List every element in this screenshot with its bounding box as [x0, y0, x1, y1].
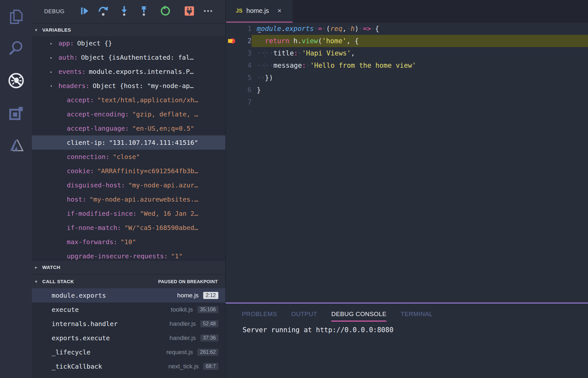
code-text[interactable]: ··}) — [252, 72, 588, 84]
variable-value: Object {host: "my-node-ap… — [93, 82, 194, 90]
code-line-7[interactable]: 7 — [226, 96, 588, 108]
variable-name: if-none-match: — [67, 224, 121, 232]
variable-row-app[interactable]: ▸app:Object {} — [32, 36, 225, 50]
code-line-6[interactable]: 6} — [226, 84, 588, 96]
search-icon — [7, 39, 25, 56]
continue-button[interactable] — [79, 6, 90, 17]
variable-row-upgrade-insecure-requests[interactable]: upgrade-insecure-requests:"1" — [32, 249, 225, 260]
activity-bar-item-explorer[interactable] — [0, 1, 32, 32]
panel-tab-terminal[interactable]: TERMINAL — [401, 311, 433, 322]
line-number: 6 — [237, 84, 252, 96]
variable-row-connection[interactable]: connection:"close" — [32, 150, 225, 164]
panel-tab-problems[interactable]: PROBLEMS — [242, 311, 277, 322]
frame-function: module.exports — [52, 292, 177, 299]
watch-section-label: WATCH — [42, 264, 60, 270]
variable-name: upgrade-insecure-requests: — [67, 252, 168, 260]
gutter-breakpoint-area[interactable] — [226, 72, 237, 84]
step-over-icon — [98, 5, 109, 18]
editor-tab-bar: JS home.js ✕ — [226, 0, 588, 23]
variables-section-header[interactable]: ▾ VARIABLES — [32, 23, 225, 36]
hint-dots: ⋯ — [258, 30, 262, 35]
step-out-button[interactable] — [138, 6, 149, 17]
variable-row-max-forwards[interactable]: max-forwards:"10" — [32, 235, 225, 249]
variable-value: Object {} — [77, 39, 112, 47]
call-stack-frame-exports.execute[interactable]: exports.executehandler.js37:36 — [32, 331, 225, 345]
variable-row-accept-encoding[interactable]: accept-encoding:"gzip, deflate, … — [32, 107, 225, 121]
variable-row-headers[interactable]: ▾headers:Object {host: "my-node-ap… — [32, 79, 225, 93]
code-line-3[interactable]: 3····title:·'Hapi Views', — [226, 47, 588, 59]
tab-home-js[interactable]: JS home.js ✕ — [226, 0, 293, 23]
variable-name: headers: — [58, 82, 89, 90]
step-out-icon — [139, 5, 149, 18]
code-text[interactable]: ····title:·'Hapi Views', — [252, 47, 588, 59]
frame-function: _lifecycle — [52, 348, 166, 356]
call-stack-frame-module.exports[interactable]: module.exportshome.js2:12 — [32, 288, 225, 303]
disconnect-button[interactable] — [184, 6, 195, 17]
variable-row-client-ip[interactable]: client-ip:"131.107.174.111:41516" — [32, 135, 225, 150]
watch-section-header[interactable]: ▸ WATCH — [32, 260, 225, 274]
variable-value: "text/html,application/xh… — [97, 96, 198, 104]
code-line-2[interactable]: 2··return·h.view('home',·{ — [226, 35, 588, 47]
call-stack-frame-_tickCallback[interactable]: _tickCallbacknext_tick.js68:7 — [32, 359, 225, 373]
call-stack-frame-execute[interactable]: executetoolkit.js35:106 — [32, 303, 225, 317]
debug-sidebar-title: DEBUG — [44, 0, 65, 23]
variable-row-auth[interactable]: ▸auth:Object {isAuthenticated: fal… — [32, 50, 225, 65]
frame-function: internals.handler — [52, 320, 170, 328]
bottom-panel: PROBLEMSOUTPUTDEBUG CONSOLETERMINAL Serv… — [225, 303, 588, 378]
gutter-breakpoint-area[interactable] — [226, 47, 237, 59]
variable-value: "Wed, 16 Jan 2… — [140, 210, 198, 217]
close-tab-icon[interactable]: ✕ — [277, 8, 282, 14]
variable-row-events[interactable]: ▸events:module.exports.internals.P… — [32, 65, 225, 79]
code-text[interactable] — [252, 96, 588, 108]
step-into-button[interactable] — [119, 6, 130, 17]
call-stack-section-label: CALL STACK — [42, 279, 74, 284]
code-line-1[interactable]: 1module.exports·=·(req,·h)·=>·{⋯ — [226, 23, 588, 35]
variable-row-cookie[interactable]: cookie:"ARRAffinity=c6912564fb3b… — [32, 164, 225, 178]
debug-console-output: Server running at http://0.0.0.0:8080 — [243, 326, 588, 334]
code-text[interactable]: ··return·h.view('home',·{ — [252, 35, 588, 47]
code-text[interactable]: ····message:·'Hello from the home view' — [252, 59, 588, 72]
variable-row-disguised-host[interactable]: disguised-host:"my-node-api.azur… — [32, 178, 225, 192]
call-stack-section-header[interactable]: ▾ CALL STACK PAUSED ON BREAKPOINT — [32, 274, 225, 288]
call-stack-frame-partial[interactable]: [anonymous function] — [32, 373, 225, 378]
gutter-breakpoint-area[interactable] — [226, 96, 237, 108]
step-over-button[interactable] — [98, 6, 109, 17]
variable-value: "gzip, deflate, … — [132, 110, 198, 118]
variable-row-if-modified-since[interactable]: if-modified-since:"Wed, 16 Jan 2… — [32, 206, 225, 221]
frame-function: exports.execute — [52, 334, 170, 342]
chevron-right-icon: ▸ — [35, 265, 42, 270]
variable-row-accept[interactable]: accept:"text/html,application/xh… — [32, 93, 225, 107]
call-stack-frame-_lifecycle[interactable]: _lifecyclerequest.js261:62 — [32, 345, 225, 359]
activity-bar-item-search[interactable] — [0, 32, 32, 63]
gutter-breakpoint-area[interactable] — [226, 59, 237, 72]
code-text[interactable]: module.exports·=·(req,·h)·=>·{ — [252, 23, 588, 35]
frame-line-badge: 68:7 — [203, 363, 218, 370]
debug-toolbar: DEBUG — [32, 0, 225, 23]
variable-row-host[interactable]: host:"my-node-api.azurewebsites.… — [32, 192, 225, 206]
frame-file: handler.js — [170, 320, 196, 327]
activity-bar-item-azure[interactable] — [0, 130, 32, 161]
variables-section-label: VARIABLES — [42, 27, 71, 33]
panel-tab-output[interactable]: OUTPUT — [291, 311, 317, 322]
gutter-breakpoint-area[interactable] — [226, 23, 237, 35]
frame-file: handler.js — [170, 334, 196, 342]
activity-bar-item-debug[interactable] — [0, 65, 32, 96]
restart-button[interactable] — [160, 6, 171, 17]
variable-value: "W/"ca5-168590abed… — [125, 224, 198, 232]
code-line-4[interactable]: 4····message:·'Hello from the home view' — [226, 59, 588, 72]
variable-name: accept: — [67, 96, 94, 104]
code-line-5[interactable]: 5··}) — [226, 72, 588, 84]
gutter-breakpoint-area[interactable] — [226, 84, 237, 96]
variable-row-if-none-match[interactable]: if-none-match:"W/"ca5-168590abed… — [32, 221, 225, 235]
more-actions-button[interactable] — [203, 6, 214, 17]
more-icon — [203, 6, 214, 17]
panel-tab-debug-console[interactable]: DEBUG CONSOLE — [331, 311, 386, 322]
variable-value: module.exports.internals.P… — [89, 68, 194, 75]
call-stack-frame-internals.handler[interactable]: internals.handlerhandler.js52:48 — [32, 317, 225, 331]
breakpoint-paused-icon[interactable] — [226, 35, 237, 47]
debug-icon — [7, 72, 25, 90]
variable-row-accept-language[interactable]: accept-language:"en-US,en;q=0.5" — [32, 121, 225, 135]
activity-bar-item-extensions[interactable] — [0, 98, 32, 129]
variable-name: max-forwards: — [67, 238, 117, 246]
code-text[interactable]: } — [252, 84, 588, 96]
